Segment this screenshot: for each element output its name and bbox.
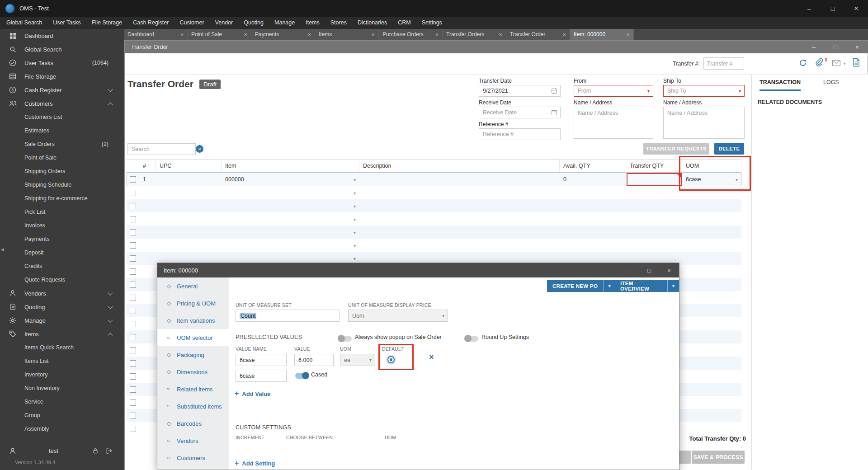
create-new-po-dropdown[interactable]: ▾ <box>603 280 615 292</box>
tab-dashboard[interactable]: Dashboard× <box>124 29 188 40</box>
delete-button[interactable]: DELETE <box>714 143 744 155</box>
sidebar-item-shipping-for-e-commerce[interactable]: Shipping for e-commerce <box>0 192 124 205</box>
sidebar-item-deposit[interactable]: Deposit <box>0 246 124 259</box>
sidebar-item-manage[interactable]: Manage <box>0 314 124 327</box>
tab-payments[interactable]: Payments× <box>251 29 315 40</box>
sidebar-item-dashboard[interactable]: Dashboard <box>0 29 124 42</box>
sidebar-item-customers[interactable]: Customers <box>0 97 124 110</box>
sidebar-item-shipping-orders[interactable]: Shipping Orders <box>0 164 124 178</box>
tab-close-icon[interactable]: × <box>560 31 566 38</box>
sidebar-item-sale-orders[interactable]: Sale Orders(2) <box>0 137 124 151</box>
ship-to-select[interactable]: Ship To ▾ <box>663 85 745 97</box>
menu-item-dictionaries[interactable]: Dictionaries <box>352 17 392 29</box>
sidebar-item-estimates[interactable]: Estimates <box>0 124 124 137</box>
menu-item-manage[interactable]: Manage <box>269 17 300 29</box>
menu-item-global-search[interactable]: Global Search <box>1 17 47 29</box>
mail-caret-icon[interactable]: ▾ <box>844 61 846 66</box>
inner-window-titlebar[interactable]: Transfer Order – □ × <box>125 41 868 53</box>
sidebar-item-items[interactable]: Items <box>0 327 124 341</box>
display-price-select[interactable]: Uom ▾ <box>348 310 448 322</box>
save-process-button[interactable]: SAVE & PROCESS <box>692 451 745 464</box>
reference-input[interactable]: Reference # <box>479 128 561 140</box>
add-setting-link[interactable]: + Add Setting <box>235 459 275 467</box>
document-icon[interactable] <box>853 58 860 68</box>
menu-item-settings[interactable]: Settings <box>416 17 448 29</box>
clear-search-icon[interactable]: × <box>196 145 203 153</box>
calendar-icon[interactable] <box>551 109 557 117</box>
sidebar-item-quoting[interactable]: Quoting <box>0 300 124 314</box>
menu-item-quoting[interactable]: Quoting <box>238 17 269 29</box>
tab-items[interactable]: Items× <box>315 29 379 40</box>
sidebar-item-shipping-schedule[interactable]: Shipping Schedule <box>0 178 124 192</box>
menu-item-file-storage[interactable]: File Storage <box>86 17 127 29</box>
user-row[interactable]: test <box>0 445 124 457</box>
sidebar-item-point-of-sale[interactable]: Point of Sale <box>0 151 124 164</box>
menu-item-crm[interactable]: CRM <box>392 17 416 29</box>
tab-close-icon[interactable]: × <box>305 31 311 38</box>
tab-purchase-orders[interactable]: Purchase Orders× <box>379 29 443 40</box>
ship-to-address-textarea[interactable] <box>663 107 745 139</box>
sidebar-item-invoices[interactable]: Invoices <box>0 219 124 232</box>
transfer-requests-button[interactable]: TRANSFER REQUESTS <box>643 143 709 155</box>
tab-close-icon[interactable]: × <box>368 31 375 38</box>
uom-set-input[interactable]: Count <box>236 310 340 322</box>
inner-minimize-button[interactable]: – <box>803 41 825 53</box>
attachment-icon[interactable] <box>815 58 823 68</box>
tab-transfer-order[interactable]: Transfer Order× <box>506 29 570 40</box>
create-new-po-button[interactable]: CREATE NEW PO <box>547 280 603 292</box>
sidebar-item-quote-requests[interactable]: Quote Requests <box>0 273 124 287</box>
tab-close-icon[interactable]: × <box>241 31 247 38</box>
lock-icon[interactable] <box>92 447 99 456</box>
sidebar-item-payments[interactable]: Payments <box>0 232 124 246</box>
mail-icon[interactable] <box>832 60 841 68</box>
sidebar-item-items-quick-search[interactable]: Items Quick Search <box>0 341 124 354</box>
tab-close-icon[interactable]: × <box>432 31 439 38</box>
menu-item-vendor[interactable]: Vendor <box>210 17 239 29</box>
tab-point-of-sale[interactable]: Point of Sale× <box>188 29 251 40</box>
maximize-button[interactable]: □ <box>821 0 844 17</box>
close-button[interactable]: × <box>844 0 868 17</box>
item-overview-button[interactable]: ITEM OVERVIEW <box>615 280 667 292</box>
tab-transfer-orders[interactable]: Transfer Orders× <box>443 29 506 40</box>
tab-close-icon[interactable]: × <box>177 31 184 38</box>
value-name-input[interactable]: 6case <box>236 354 287 366</box>
receive-date-input[interactable]: Receive Date <box>479 107 561 118</box>
sidebar-item-pick-list[interactable]: Pick List <box>0 205 124 219</box>
tab-close-icon[interactable]: × <box>496 31 502 38</box>
roundup-toggle[interactable] <box>465 336 478 342</box>
cased-toggle[interactable] <box>295 373 309 379</box>
sidebar-item-credits[interactable]: Credits <box>0 259 124 273</box>
sidebar-collapse-handle[interactable]: ◂ <box>1 246 4 253</box>
from-select[interactable]: From ▾ <box>574 85 653 97</box>
cased-name-input[interactable]: 6case <box>236 370 287 382</box>
sidebar-item-cash-register[interactable]: $Cash Register <box>0 83 124 97</box>
item-overview-dropdown[interactable]: ▾ <box>667 280 679 292</box>
tab-close-icon[interactable]: × <box>623 31 630 38</box>
sidebar-item-inventory[interactable]: Inventory <box>0 368 124 381</box>
sidebar-item-non-inventory[interactable]: Non Inventory <box>0 381 124 395</box>
sidebar-item-vendors[interactable]: Vendors <box>0 287 124 300</box>
refresh-icon[interactable] <box>798 58 807 69</box>
value-uom-select[interactable]: ea ▾ <box>340 354 375 366</box>
sidebar-item-service[interactable]: Service <box>0 395 124 409</box>
tab-logs[interactable]: LOGS <box>823 79 839 91</box>
menu-item-stores[interactable]: Stores <box>325 17 352 29</box>
default-radio[interactable] <box>387 356 395 363</box>
inner-maximize-button[interactable]: □ <box>825 41 846 53</box>
menu-item-items[interactable]: Items <box>300 17 325 29</box>
menu-item-cash-register[interactable]: Cash Register <box>127 17 174 29</box>
sidebar-item-assembly[interactable]: Assembly <box>0 422 124 436</box>
sidebar-item-global-search[interactable]: Global Search <box>0 42 124 56</box>
popup-toggle[interactable] <box>338 336 352 342</box>
value-input[interactable]: 6.000 <box>294 354 334 366</box>
add-value-link[interactable]: + Add Value <box>235 390 270 398</box>
tab-transaction[interactable]: TRANSACTION <box>760 79 801 91</box>
inner-close-button[interactable]: × <box>846 41 868 53</box>
delete-value-button[interactable]: × <box>429 352 434 362</box>
from-address-textarea[interactable] <box>574 107 653 139</box>
transfer-date-input[interactable]: 9/27/2021 <box>479 85 561 97</box>
sidebar-item-items-list[interactable]: Items List <box>0 354 124 368</box>
sidebar-item-customers-list[interactable]: Customers List <box>0 110 124 124</box>
sidebar-item-group[interactable]: Group <box>0 409 124 422</box>
tab-item-000000[interactable]: Item: 000000× <box>570 29 634 40</box>
